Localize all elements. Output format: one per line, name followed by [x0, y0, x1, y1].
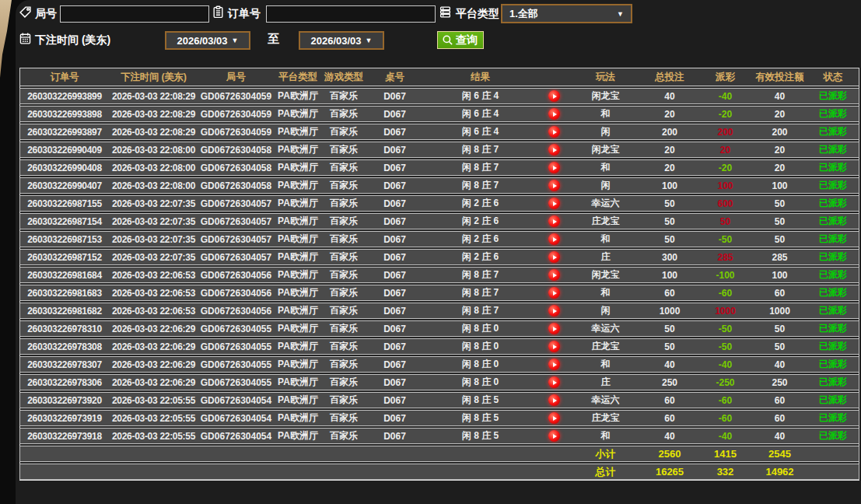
play-icon[interactable] — [548, 198, 560, 209]
cell-total-bet: 40 — [639, 357, 700, 372]
cell-payout: 1000 — [700, 303, 751, 318]
cell-total-bet: 50 — [639, 214, 700, 229]
play-icon[interactable] — [548, 376, 560, 388]
cell-play-type: 和 — [572, 429, 639, 443]
table-row: 2603032269816832026-03-03 22:06:53GD0672… — [19, 285, 859, 301]
play-icon[interactable] — [548, 251, 560, 263]
cell-payout: -50 — [700, 339, 751, 354]
subtotal-result — [424, 446, 537, 461]
grand-total-result — [424, 464, 537, 479]
play-icon[interactable] — [548, 341, 560, 352]
subtotal-table — [366, 446, 424, 461]
cell-total-bet: 20 — [639, 160, 700, 175]
table-row: 2603032269739182026-03-03 22:05:55GD0672… — [19, 428, 859, 444]
column-header: 状态 — [809, 68, 857, 86]
round-number-input[interactable] — [60, 5, 209, 23]
cell-status: 已派彩 — [809, 429, 857, 443]
cell-round-id: GD06726304057 — [198, 232, 274, 247]
subtotal-payout: 1415 — [700, 446, 751, 461]
cell-round-id: GD06726304057 — [198, 196, 274, 211]
play-icon[interactable] — [548, 394, 560, 406]
subtotal-game — [322, 446, 366, 461]
search-icon — [442, 34, 453, 46]
cell-order-id: 260303226987153 — [20, 232, 109, 247]
play-icon[interactable] — [548, 215, 560, 227]
cell-table-id: D067 — [366, 232, 424, 247]
cell-game-type: 百家乐 — [322, 89, 366, 103]
cell-game-type: 百家乐 — [322, 268, 366, 282]
platform-type-select[interactable]: 1.全部 ▼ — [501, 4, 632, 23]
subtotal-order — [20, 446, 109, 461]
play-icon[interactable] — [548, 359, 560, 370]
cell-game-type: 百家乐 — [322, 375, 366, 390]
cell-game-type: 百家乐 — [322, 160, 366, 175]
query-button[interactable]: 查询 — [437, 31, 484, 49]
cell-bet-time: 2026-03-03 22:08:29 — [109, 89, 198, 103]
column-header: 有效投注额 — [751, 68, 809, 86]
play-icon[interactable] — [548, 126, 560, 138]
play-icon[interactable] — [548, 323, 560, 334]
cell-round-id: GD06726304057 — [198, 214, 274, 229]
cell-replay — [537, 160, 572, 175]
play-icon[interactable] — [548, 108, 560, 120]
cell-valid-bet: 20 — [751, 107, 809, 121]
cell-replay — [537, 124, 572, 139]
play-icon[interactable] — [548, 180, 560, 191]
cell-total-bet: 100 — [639, 178, 700, 193]
date-from-select[interactable]: 2026/03/03 ▼ — [165, 31, 250, 50]
cell-round-id: GD06726304059 — [198, 124, 274, 139]
play-triangle-icon — [553, 273, 557, 278]
cell-game-type: 百家乐 — [322, 196, 366, 211]
cell-round-id: GD06726304057 — [198, 250, 274, 264]
order-number-label: 订单号 — [228, 7, 261, 19]
cell-bet-time: 2026-03-03 22:06:29 — [109, 321, 198, 336]
cell-game-type: 百家乐 — [322, 321, 366, 336]
play-icon[interactable] — [548, 269, 560, 281]
date-to-value: 2026/03/03 — [311, 35, 362, 47]
play-icon[interactable] — [548, 430, 560, 442]
cell-result: 闲 8 庄 0 — [424, 357, 537, 372]
cell-payout: -50 — [700, 232, 751, 247]
table-row: 2603032269783102026-03-03 22:06:29GD0672… — [19, 320, 859, 337]
cell-play-type: 庄 — [572, 375, 639, 390]
play-icon[interactable] — [548, 90, 560, 102]
cell-table-id: D067 — [366, 303, 424, 318]
cell-status: 已派彩 — [809, 107, 857, 121]
cell-platform-type: PA欧洲厅 — [274, 196, 322, 211]
bet-time-label: 下注时间 (美东) — [35, 33, 110, 46]
grand-total-__icon — [537, 464, 572, 479]
grand-total-round — [198, 464, 274, 479]
play-triangle-icon — [553, 309, 557, 313]
table-row: 2603032269783082026-03-03 22:06:29GD0672… — [19, 338, 859, 355]
cell-replay — [537, 268, 572, 282]
play-triangle-icon — [553, 237, 557, 242]
cell-bet-time: 2026-03-03 22:07:35 — [109, 232, 198, 247]
play-icon[interactable] — [548, 162, 560, 173]
cell-platform-type: PA欧洲厅 — [274, 250, 322, 264]
cell-round-id: GD06726304056 — [198, 285, 274, 300]
date-to-select[interactable]: 2026/03/03 ▼ — [299, 31, 384, 50]
play-icon[interactable] — [548, 305, 560, 317]
cell-replay — [537, 107, 572, 121]
cell-status: 已派彩 — [809, 89, 857, 103]
play-icon[interactable] — [548, 233, 560, 245]
cell-play-type: 闲 — [572, 124, 639, 139]
cell-table-id: D067 — [366, 429, 424, 443]
cell-platform-type: PA欧洲厅 — [274, 375, 322, 390]
play-icon[interactable] — [548, 287, 560, 299]
cell-total-bet: 60 — [639, 285, 700, 300]
subtotal-status — [809, 446, 857, 461]
cell-replay — [537, 321, 572, 336]
grand-total-table — [366, 464, 424, 479]
subtotal-platform — [274, 446, 322, 461]
cell-total-bet: 60 — [639, 411, 700, 425]
cell-total-bet: 250 — [639, 375, 700, 390]
cell-game-type: 百家乐 — [322, 285, 366, 300]
play-icon[interactable] — [548, 144, 560, 156]
cell-platform-type: PA欧洲厅 — [274, 411, 322, 425]
cell-result: 闲 8 庄 7 — [424, 142, 537, 157]
table-row: 2603032269783062026-03-03 22:06:29GD0672… — [19, 374, 859, 390]
play-icon[interactable] — [548, 412, 560, 424]
order-number-input[interactable] — [266, 5, 436, 23]
round-number-label: 局号 — [35, 7, 57, 19]
